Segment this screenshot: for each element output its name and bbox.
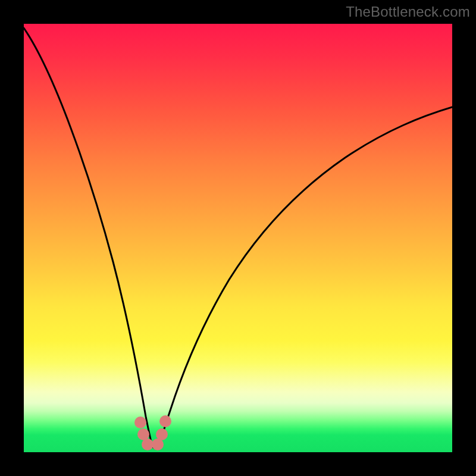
marker-group <box>134 415 171 450</box>
curve-marker <box>159 415 171 427</box>
plot-area <box>24 24 452 452</box>
bottleneck-curve <box>24 28 452 448</box>
chart-frame: TheBottleneck.com <box>0 0 476 476</box>
curve-marker <box>134 416 146 428</box>
curve-layer <box>24 24 452 452</box>
watermark-text: TheBottleneck.com <box>346 4 470 20</box>
curve-marker <box>156 428 168 440</box>
